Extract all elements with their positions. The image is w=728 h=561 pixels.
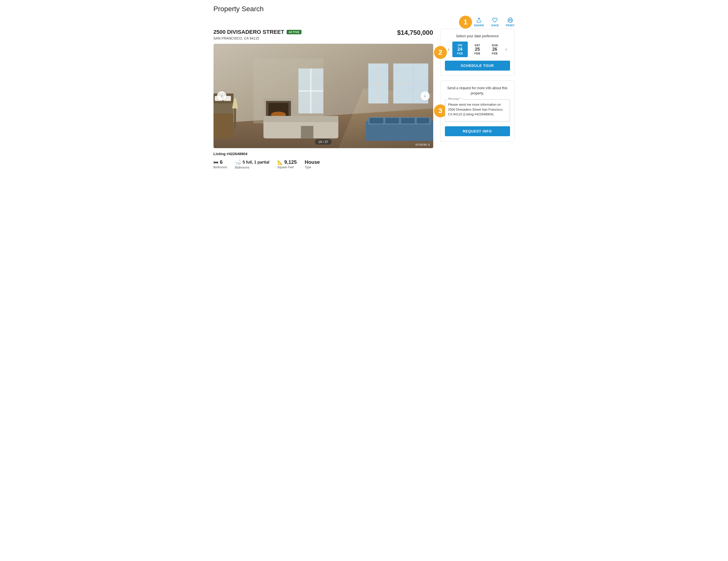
date-num-sat: 25 [475, 47, 480, 52]
svg-rect-28 [234, 108, 236, 128]
sqft-icon: 📐 [277, 160, 283, 165]
save-button[interactable]: SAVE [491, 17, 499, 27]
date-month-sun: FEB [492, 52, 498, 55]
date-day-sat: SAT [474, 44, 480, 47]
bathrooms-label: Bathrooms [235, 166, 269, 169]
photo-counter: 19 / 37 [315, 139, 332, 145]
type-stat: House Type [305, 159, 320, 169]
request-section: 3 Send a request for more info about thi… [440, 80, 515, 141]
type-value: House [305, 159, 320, 165]
date-num-fri: 24 [457, 47, 462, 52]
top-action-bar: 1 SHARE SAVE [214, 17, 515, 27]
property-price: $14,750,000 [397, 29, 433, 37]
date-options: FRI 24 FEB SAT 25 FEB SUN [452, 42, 503, 57]
action-icons: SHARE SAVE PRINT [474, 17, 515, 27]
listing-info: Listing #422648904 🛏 6 Bedrooms 🛁 [214, 152, 433, 169]
listing-number: Listing #422648904 [214, 152, 433, 156]
date-next-button[interactable]: › [504, 46, 509, 52]
svg-rect-33 [385, 118, 399, 123]
property-address-block: 2500 DIVISADERO STREET ACTIVE SAN FRANCI… [214, 29, 301, 40]
date-option-sun[interactable]: SUN 26 FEB [487, 42, 503, 57]
left-column: 2500 DIVISADERO STREET ACTIVE SAN FRANCI… [214, 29, 433, 169]
svg-rect-21 [263, 116, 338, 122]
date-day-fri: FRI [458, 44, 462, 47]
date-prev-button[interactable]: ‹ [446, 46, 451, 52]
request-info-button[interactable]: REQUEST INFO [445, 126, 510, 136]
photo-container: ‹ › 19 / 37 SFARMLS [214, 44, 433, 148]
photo-watermark: SFARMLS [415, 143, 430, 146]
svg-rect-0 [509, 21, 512, 22]
bed-icon: 🛏 [214, 159, 218, 165]
main-content: 2500 DIVISADERO STREET ACTIVE SAN FRANCI… [214, 29, 515, 169]
share-icon [476, 17, 482, 23]
svg-marker-27 [214, 113, 233, 138]
right-column: 2 Select your date preference ‹ FRI 24 F… [440, 29, 515, 169]
svg-rect-22 [301, 126, 313, 138]
schedule-section: 2 Select your date preference ‹ FRI 24 F… [440, 29, 515, 76]
share-button[interactable]: SHARE [474, 17, 484, 27]
property-header: 2500 DIVISADERO STREET ACTIVE SAN FRANCI… [214, 29, 433, 40]
type-label: Type [305, 166, 320, 169]
room-illustration [214, 44, 433, 148]
svg-rect-32 [369, 118, 383, 123]
heart-icon [492, 17, 498, 23]
date-navigation: ‹ FRI 24 FEB SAT 25 FEB [445, 42, 510, 57]
bedrooms-stat: 🛏 6 Bedrooms [214, 159, 227, 169]
bath-icon: 🛁 [235, 159, 241, 165]
svg-rect-34 [401, 118, 415, 123]
bedrooms-value: 6 [220, 159, 223, 165]
step-1-badge: 1 [459, 16, 472, 29]
sqft-label: Square Feet [277, 166, 297, 169]
print-icon [508, 17, 513, 23]
status-badge: ACTIVE [287, 30, 301, 34]
date-month-fri: FEB [457, 52, 463, 55]
bedrooms-label: Bedrooms [214, 166, 227, 169]
bathrooms-value: 5 full, 1 partial [243, 160, 269, 165]
step-2-badge: 2 [434, 46, 447, 59]
page-wrapper: Property Search 1 SHARE [208, 0, 521, 174]
date-option-sat[interactable]: SAT 25 FEB [470, 42, 485, 57]
svg-rect-35 [417, 118, 429, 123]
property-photo [214, 44, 433, 148]
schedule-tour-button[interactable]: SCHEDULE TOUR [445, 61, 510, 71]
date-num-sun: 26 [492, 47, 497, 52]
photo-prev-button[interactable]: ‹ [217, 91, 226, 101]
date-option-fri[interactable]: FRI 24 FEB [452, 42, 468, 57]
message-textarea[interactable] [445, 99, 510, 122]
sqft-value: 9,125 [284, 159, 297, 165]
schedule-title: Select your date preference [445, 34, 510, 38]
photo-next-button[interactable]: › [420, 91, 430, 101]
property-stats: 🛏 6 Bedrooms 🛁 5 full, 1 partial Bathroo… [214, 159, 433, 169]
request-description: Send a request for more info about this … [445, 86, 510, 96]
date-month-sat: FEB [474, 52, 480, 55]
bathrooms-stat: 🛁 5 full, 1 partial Bathrooms [235, 159, 269, 169]
date-day-sun: SUN [492, 44, 498, 47]
property-city: SAN FRANCISCO, CA 94115 [214, 36, 301, 40]
message-field-wrap: Message * [445, 99, 510, 123]
print-button[interactable]: PRINT [506, 17, 515, 27]
page-title: Property Search [214, 5, 515, 13]
property-street: 2500 DIVISADERO STREET ACTIVE [214, 29, 301, 35]
sqft-stat: 📐 9,125 Square Feet [277, 159, 297, 169]
message-label: Message * [447, 97, 462, 100]
